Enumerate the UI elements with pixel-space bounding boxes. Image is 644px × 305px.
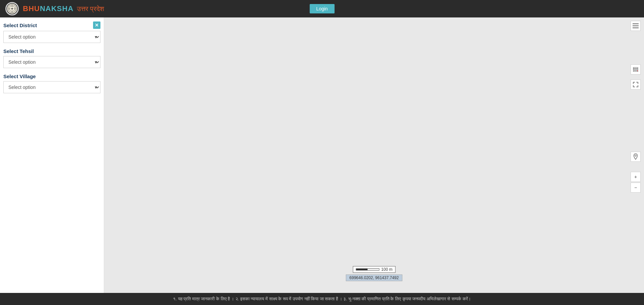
map-area[interactable]: + − 100 m 699646.0202, 961437.7492 <box>104 17 644 293</box>
svg-rect-5 <box>633 70 638 71</box>
expand-icon <box>633 82 638 87</box>
scale-bar: 100 m <box>353 266 395 273</box>
brand-text: BHUNAKSHA <box>23 4 74 13</box>
layers-button[interactable] <box>631 64 641 74</box>
hamburger-line-1 <box>633 23 639 24</box>
svg-point-4 <box>11 8 13 9</box>
tehsil-section: Select Tehsil Select option <box>3 48 100 68</box>
expand-button[interactable] <box>631 80 641 90</box>
zoom-in-button[interactable]: + <box>631 172 641 182</box>
tehsil-title: Select Tehsil <box>3 48 100 54</box>
header: BHUNAKSHA उत्तर प्रदेश Login <box>0 0 644 17</box>
tehsil-dropdown-wrapper: Select option <box>3 56 100 68</box>
district-section: Select District ✕ Select option <box>3 21 100 43</box>
district-dropdown-wrapper: Select option <box>3 31 100 43</box>
scale-bar-container: 100 m <box>353 266 395 273</box>
location-button[interactable] <box>631 152 641 162</box>
footer-text: १. यह प्रति मात्र जानकारी के लिए है । २.… <box>173 296 471 302</box>
svg-rect-7 <box>633 67 638 68</box>
location-icon <box>633 153 639 160</box>
main-content: Select District ✕ Select option Select T… <box>0 17 644 293</box>
zoom-out-button[interactable]: − <box>631 183 641 193</box>
brand-bhu: BHU <box>23 4 40 13</box>
close-button[interactable]: ✕ <box>93 21 100 29</box>
map-background <box>104 17 644 293</box>
village-title: Select Village <box>3 73 100 79</box>
brand-up: उत्तर प्रदेश <box>77 5 104 13</box>
logo-inner <box>6 3 18 14</box>
svg-rect-6 <box>633 69 638 70</box>
svg-point-9 <box>635 155 637 157</box>
layers-icon <box>633 66 639 72</box>
district-title: Select District ✕ <box>3 21 100 29</box>
village-section: Select Village Select option <box>3 73 100 93</box>
scale-label: 100 m <box>381 267 392 272</box>
tehsil-select[interactable]: Select option <box>3 56 100 68</box>
coordinates-bar: 699646.0202, 961437.7492 <box>346 274 402 281</box>
close-icon: ✕ <box>95 22 99 28</box>
hamburger-line-2 <box>633 26 639 26</box>
hamburger-button[interactable] <box>631 21 641 31</box>
district-select[interactable]: Select option <box>3 31 100 43</box>
logo <box>5 2 19 15</box>
village-select[interactable]: Select option <box>3 81 100 93</box>
hamburger-line-3 <box>633 28 639 28</box>
brand-naksha: NAKSHA <box>40 4 74 13</box>
sidebar: Select District ✕ Select option Select T… <box>0 17 104 293</box>
footer: १. यह प्रति मात्र जानकारी के लिए है । २.… <box>0 293 644 305</box>
login-button[interactable]: Login <box>309 4 334 13</box>
village-dropdown-wrapper: Select option <box>3 81 100 93</box>
